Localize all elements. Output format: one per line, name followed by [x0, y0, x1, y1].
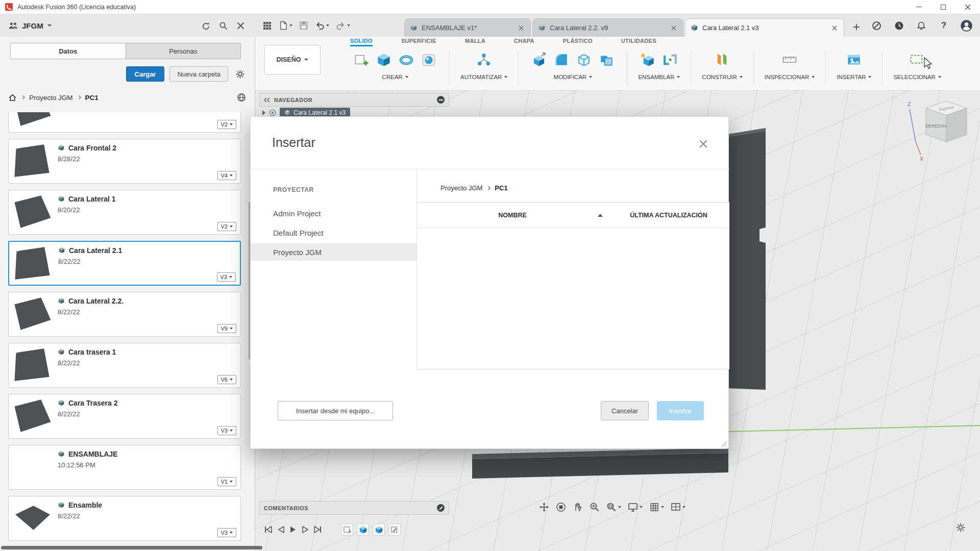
dialog-resize-handle[interactable] [721, 441, 727, 447]
version-badge[interactable]: V1 [217, 477, 236, 486]
automate-button[interactable] [474, 49, 494, 70]
web-globe-icon[interactable] [237, 93, 246, 102]
fillet-button[interactable] [552, 49, 571, 70]
search-button[interactable] [216, 19, 230, 32]
timeline-sketch-feature[interactable] [388, 523, 401, 536]
tab-utilidades[interactable]: UTILIDADES [621, 38, 656, 46]
viewports-tool[interactable] [671, 502, 685, 512]
timeline-play-button[interactable] [287, 523, 299, 536]
comments-hide-icon[interactable] [437, 504, 445, 512]
list-item[interactable]: Cara Frontal 2 8/28/22 V4 [8, 139, 241, 184]
combine-button[interactable] [597, 49, 616, 70]
visibility-icon[interactable] [269, 109, 276, 116]
joint-button[interactable] [660, 49, 680, 70]
timeline-component-feature[interactable] [357, 523, 369, 536]
close-data-panel-button[interactable] [234, 19, 247, 32]
document-tab-cara-lateral-21[interactable]: Cara Lateral 2.1 v3 [685, 18, 844, 37]
new-folder-button[interactable]: Nueva carpeta [169, 66, 228, 82]
project-item-proyecto-jgm[interactable]: Proyecto JGM [251, 243, 416, 261]
create-sketch-button[interactable] [352, 49, 371, 70]
close-tab-button[interactable] [670, 24, 678, 32]
project-item-admin[interactable]: Admin Project [251, 205, 416, 222]
column-header-nombre[interactable]: NOMBRE [417, 203, 608, 228]
timeline-component-feature[interactable] [373, 523, 385, 536]
list-item[interactable]: ENSAMBLAJE 10:12:56 PM V1 [8, 445, 241, 490]
team-name[interactable]: JFGM [22, 21, 43, 30]
pan-tool[interactable] [539, 502, 549, 512]
new-component-button[interactable] [638, 49, 657, 70]
file-menu-button[interactable] [279, 21, 292, 30]
timeline-step-back-button[interactable] [275, 523, 287, 536]
notifications-button[interactable] [915, 19, 928, 32]
tab-personas[interactable]: Personas [126, 43, 241, 59]
collapse-left-icon[interactable] [264, 97, 270, 103]
workspace-selector[interactable]: DISEÑO [264, 45, 321, 74]
list-item[interactable]: Ensamble 8/22/22 V3 [8, 496, 241, 541]
insert-from-computer-button[interactable]: Insertar desde mi equipo... [278, 401, 393, 420]
maximize-button[interactable] [931, 0, 955, 14]
new-tab-button[interactable] [849, 19, 864, 35]
navigator-hide-icon[interactable] [437, 96, 445, 104]
refresh-button[interactable] [199, 19, 212, 32]
crear-menu[interactable]: CREAR [382, 74, 408, 80]
view-cube[interactable]: Z X Superior DERECHA [904, 95, 976, 161]
form-button[interactable] [419, 49, 438, 70]
breadcrumb-folder[interactable]: PC1 [85, 94, 99, 102]
redo-button[interactable] [336, 21, 350, 31]
document-tab-cara-lateral-22[interactable]: Cara Lateral 2.2. v9 [532, 18, 683, 37]
tab-plastico[interactable]: PLÁSTICO [563, 38, 593, 46]
timeline-skip-start-button[interactable] [262, 523, 275, 536]
list-item[interactable]: 8/21/22 V2 [8, 112, 241, 133]
list-item[interactable]: Cara Trasera 2 8/22/22 V3 [8, 394, 241, 439]
close-window-button[interactable] [955, 0, 980, 14]
list-item[interactable]: Cara Lateral 1 8/20/22 V2 [8, 190, 241, 235]
tab-chapa[interactable]: CHAPA [514, 38, 534, 46]
cancel-button[interactable]: Cancelar [601, 401, 649, 420]
revolve-button[interactable] [397, 49, 416, 70]
tab-solido[interactable]: SOLIDO [350, 38, 373, 46]
press-pull-button[interactable] [529, 49, 549, 70]
expand-caret-icon[interactable] [262, 110, 265, 115]
display-settings-tool[interactable] [628, 502, 643, 512]
home-icon[interactable] [8, 93, 17, 102]
breadcrumb-project[interactable]: Proyecto JGM [29, 94, 73, 102]
undo-button[interactable] [315, 21, 329, 31]
extrude-button[interactable] [374, 49, 394, 70]
version-badge[interactable]: V2 [217, 120, 236, 129]
version-badge[interactable]: V4 [217, 171, 236, 180]
minimize-button[interactable] [906, 0, 931, 14]
upload-button[interactable]: Cargar [126, 66, 165, 82]
timeline-step-forward-button[interactable] [299, 523, 311, 536]
project-item-default[interactable]: Default Project [251, 224, 416, 241]
job-status-button[interactable] [892, 19, 905, 32]
list-item[interactable]: Cara Lateral 2.2. 8/22/22 V9 [8, 292, 241, 337]
fit-zoom-tool[interactable] [606, 502, 621, 512]
grid-snap-tool[interactable] [649, 502, 664, 512]
save-button[interactable] [299, 21, 308, 30]
version-badge[interactable]: V3 [217, 528, 236, 537]
close-tab-button[interactable] [830, 24, 839, 32]
insert-button-ribbon[interactable] [844, 49, 864, 70]
orbit-tool[interactable] [556, 502, 566, 512]
shell-button[interactable] [574, 49, 594, 70]
insertar-menu[interactable]: INSERTAR [837, 74, 871, 80]
panel-settings-button[interactable] [233, 67, 247, 81]
list-item[interactable]: Cara trasera 1 8/22/22 V6 [8, 343, 241, 388]
construct-plane-button[interactable] [713, 49, 732, 70]
timeline-skip-end-button[interactable] [311, 523, 324, 536]
version-badge[interactable]: V2 [217, 222, 236, 231]
preferences-button[interactable] [955, 522, 966, 533]
automatizar-menu[interactable]: AUTOMATIZAR [460, 74, 507, 80]
inspeccionar-menu[interactable]: INSPECCIONAR [765, 74, 815, 80]
zoom-tool[interactable] [590, 502, 600, 512]
modificar-menu[interactable]: MODIFICAR [554, 74, 593, 80]
measure-button[interactable] [780, 49, 799, 70]
extensions-button[interactable] [870, 19, 883, 32]
insert-button[interactable]: Insertar [657, 401, 704, 420]
version-badge[interactable]: V9 [217, 324, 236, 333]
list-item-selected[interactable]: Cara Lateral 2.1 8/22/22 V3 [8, 241, 241, 286]
dialog-close-button[interactable] [698, 138, 709, 149]
version-badge[interactable]: V3 [217, 426, 236, 435]
tab-datos[interactable]: Datos [11, 43, 126, 59]
help-button[interactable]: ? [937, 19, 950, 32]
